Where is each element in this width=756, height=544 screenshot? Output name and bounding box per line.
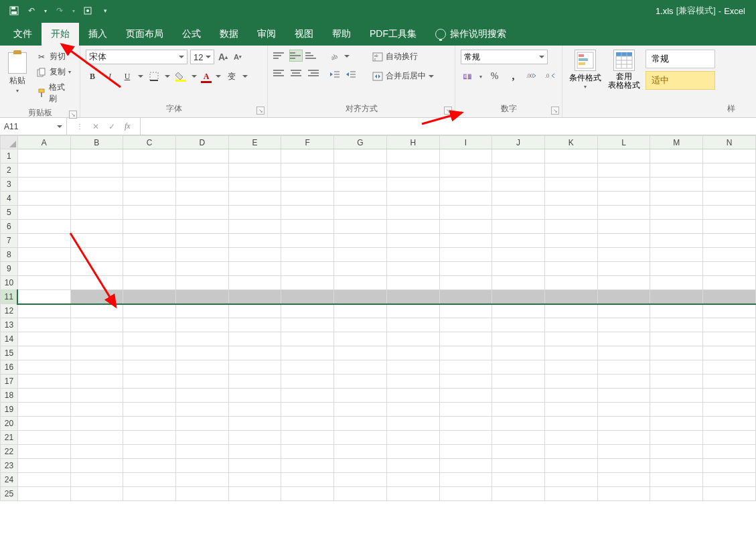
cell[interactable] [492, 163, 545, 178]
cell[interactable] [439, 360, 492, 375]
tab-formulas[interactable]: 公式 [173, 23, 210, 46]
cell[interactable] [228, 318, 281, 332]
cell[interactable] [281, 375, 334, 389]
cell[interactable] [175, 178, 228, 192]
cell[interactable] [228, 332, 281, 346]
cell[interactable] [650, 318, 703, 332]
cell[interactable] [386, 178, 439, 192]
cell[interactable] [17, 262, 70, 276]
cell[interactable] [492, 178, 545, 192]
align-left-button[interactable] [273, 67, 287, 79]
phonetic-dropdown[interactable] [242, 70, 248, 83]
row-header[interactable]: 20 [1, 417, 18, 431]
cell[interactable] [17, 346, 70, 360]
cell[interactable] [544, 262, 597, 276]
cell[interactable] [123, 459, 176, 473]
column-header[interactable]: F [281, 136, 334, 149]
orientation-button[interactable]: ab [328, 50, 342, 63]
cell[interactable] [175, 459, 228, 473]
font-color-button[interactable]: A [201, 71, 212, 82]
cell[interactable] [281, 445, 334, 459]
cell[interactable] [70, 178, 123, 192]
row-header[interactable]: 3 [1, 178, 18, 192]
cell[interactable] [492, 149, 545, 163]
cell[interactable] [386, 417, 439, 431]
tab-pdf-tools[interactable]: PDF工具集 [360, 23, 426, 46]
cell[interactable] [386, 360, 439, 375]
cell[interactable] [597, 417, 650, 431]
cell[interactable] [597, 431, 650, 445]
cell[interactable] [650, 206, 703, 220]
row-header[interactable]: 12 [1, 304, 18, 318]
cell[interactable] [492, 290, 545, 304]
cell[interactable] [17, 304, 70, 318]
cell[interactable] [70, 459, 123, 473]
cell[interactable] [70, 318, 123, 332]
cell[interactable] [175, 346, 228, 360]
cell[interactable] [597, 262, 650, 276]
cell[interactable] [386, 459, 439, 473]
cell[interactable] [703, 192, 756, 206]
cell[interactable] [17, 375, 70, 389]
cell[interactable] [386, 248, 439, 262]
cell[interactable] [123, 276, 176, 290]
cell[interactable] [123, 290, 176, 304]
cell[interactable] [228, 473, 281, 487]
cell[interactable] [597, 459, 650, 473]
underline-dropdown[interactable] [138, 70, 143, 83]
cell[interactable] [439, 304, 492, 318]
cell[interactable] [175, 262, 228, 276]
align-bottom-button[interactable] [305, 50, 319, 62]
cell[interactable] [492, 445, 545, 459]
cell[interactable] [597, 445, 650, 459]
cell[interactable] [597, 389, 650, 403]
merge-center-button[interactable]: 合并后居中 [370, 69, 437, 83]
cell[interactable] [703, 346, 756, 360]
font-name-select[interactable]: 宋体 [86, 50, 187, 64]
cell[interactable] [70, 206, 123, 220]
cell[interactable] [597, 192, 650, 206]
cell[interactable] [281, 389, 334, 403]
cell[interactable] [439, 149, 492, 163]
column-header[interactable]: M [650, 136, 703, 149]
cell[interactable] [70, 360, 123, 375]
cell[interactable] [386, 206, 439, 220]
cell[interactable] [597, 375, 650, 389]
cell[interactable] [544, 178, 597, 192]
cell[interactable] [544, 220, 597, 234]
cell[interactable] [17, 192, 70, 206]
cell[interactable] [439, 431, 492, 445]
formula-input[interactable] [141, 118, 756, 135]
cell[interactable] [281, 276, 334, 290]
row-header[interactable]: 4 [1, 192, 18, 206]
tab-data[interactable]: 数据 [210, 23, 248, 46]
cell[interactable] [597, 304, 650, 318]
cell[interactable] [334, 304, 387, 318]
cell[interactable] [703, 459, 756, 473]
copy-button[interactable]: 复制 ▾ [33, 65, 74, 79]
cell[interactable] [281, 346, 334, 360]
cell[interactable] [492, 192, 545, 206]
cell[interactable] [123, 192, 176, 206]
cell[interactable] [544, 149, 597, 163]
cell[interactable] [650, 192, 703, 206]
row-header[interactable]: 22 [1, 445, 18, 459]
cell[interactable] [492, 431, 545, 445]
cell[interactable] [228, 360, 281, 375]
cell[interactable] [544, 459, 597, 473]
cell[interactable] [492, 262, 545, 276]
cell[interactable] [175, 206, 228, 220]
cell[interactable] [703, 389, 756, 403]
cell[interactable] [650, 290, 703, 304]
cell[interactable] [703, 163, 756, 178]
cell[interactable] [650, 149, 703, 163]
cell[interactable] [228, 248, 281, 262]
accounting-format-button[interactable]: 💷 [461, 70, 473, 83]
cell[interactable] [175, 473, 228, 487]
cell[interactable] [281, 206, 334, 220]
cell[interactable] [650, 346, 703, 360]
cell[interactable] [597, 473, 650, 487]
cell[interactable] [703, 318, 756, 332]
cell[interactable] [123, 262, 176, 276]
cell[interactable] [334, 375, 387, 389]
